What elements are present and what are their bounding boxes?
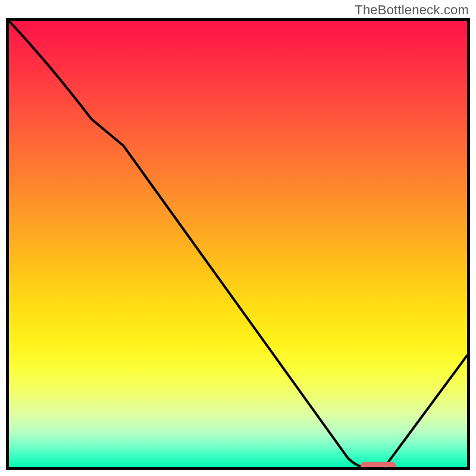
chart-frame bbox=[6, 18, 470, 470]
watermark-text: TheBottleneck.com bbox=[355, 2, 469, 18]
chart-plot-area bbox=[6, 18, 470, 470]
curve-path bbox=[9, 21, 467, 467]
chart-curve bbox=[9, 21, 467, 467]
chart-marker-pill bbox=[361, 462, 396, 470]
